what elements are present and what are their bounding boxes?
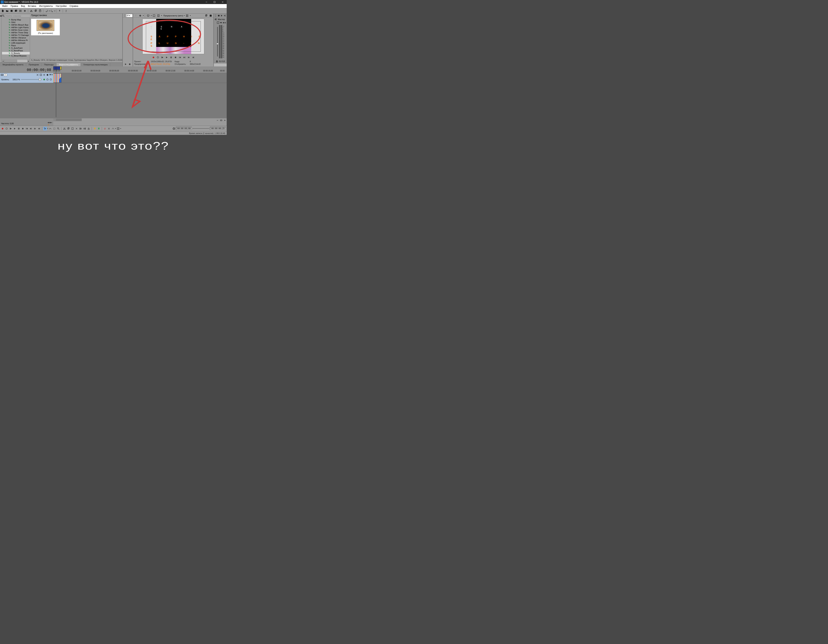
scroll-thumb[interactable] [56,119,82,121]
copy-frame-button[interactable] [204,14,208,18]
bypass-motion-button[interactable] [36,74,39,76]
go-start-button[interactable] [178,56,182,59]
stop-button[interactable] [174,56,177,59]
open-button[interactable] [5,9,9,13]
mixer-dim-button[interactable] [223,14,226,18]
mixer-downmix-button[interactable] [220,14,223,18]
dropdown-arrow-icon[interactable]: ▾ [143,15,144,16]
menu-edit[interactable]: Правка [9,5,20,8]
minimize-button[interactable] [202,0,210,4]
loop-button[interactable] [156,56,160,59]
selection-length[interactable]: 00:00:00;25 [210,127,226,130]
preview-settings-button[interactable] [138,14,142,18]
play-button[interactable] [165,56,169,59]
new-project-button[interactable] [1,9,5,13]
copy-button[interactable] [34,9,38,13]
prev-frame-button[interactable] [33,127,37,130]
menu-file[interactable]: Файл [1,5,9,8]
tab-video-fx[interactable]: Видеоспецэффекты [56,63,81,66]
make-parent-button[interactable] [46,78,49,81]
tab-transitions[interactable]: Переходы [42,63,56,66]
dropdown-arrow-icon[interactable]: ▾ [190,15,191,16]
trimmer-dropdown[interactable]: (Н ▾ [126,14,133,17]
next-frame-button[interactable] [191,56,195,59]
properties-button[interactable] [23,9,27,13]
record-button[interactable] [1,127,5,130]
menu-view[interactable]: Вид [19,5,27,8]
collapse-icon[interactable]: ◂ [0,14,2,18]
plugin-hscroll[interactable]: ◂ ▸ [2,60,30,63]
menu-tools[interactable]: Инструменты [38,5,54,8]
redo-button[interactable] [50,9,54,13]
menu-help[interactable]: Справка [68,5,80,8]
tab-media-generators[interactable]: Генераторы мультимедиа [81,63,110,66]
undo-button[interactable] [44,9,49,13]
preset-item[interactable]: (По умолчанию) [31,19,60,35]
timecode-display[interactable]: 00:00:00;08 [27,68,51,72]
level-slider[interactable] [21,79,42,80]
pause-button[interactable] [17,127,20,130]
snap-button[interactable] [103,127,107,130]
quantize-button[interactable] [116,127,120,130]
render-button[interactable] [19,9,22,13]
save-snapshot-button[interactable] [209,14,213,18]
play-start-button[interactable] [160,56,164,59]
grip-icon[interactable]: ⋮ [134,14,138,18]
pause-button[interactable] [169,56,173,59]
cut-button[interactable] [63,127,66,130]
overlays-button[interactable] [185,14,189,18]
lock-icon[interactable] [216,60,218,63]
mixer-mute-button[interactable] [226,14,227,18]
solo-letter[interactable]: S [225,22,226,24]
external-monitor-button[interactable] [146,14,150,18]
tab-explorer[interactable]: Проводник [26,63,42,66]
video-clip[interactable] [53,74,61,83]
play-start-button[interactable] [9,127,13,130]
save-all-button[interactable] [14,9,18,13]
plugin-search-input[interactable] [5,14,32,18]
video-track-header[interactable]: 1 M S Уровень: 100,0 % [0,73,53,83]
region-button[interactable] [97,127,100,130]
grip-icon[interactable]: ⋮ [214,14,217,18]
compositing-button[interactable] [43,78,45,81]
selection-timecode[interactable] [193,128,209,129]
delete-button[interactable] [75,127,78,130]
normal-edit-tool[interactable] [43,127,47,130]
track-motion-button[interactable] [39,74,42,76]
loop-region[interactable] [53,66,61,70]
fader-thumb[interactable] [216,43,219,44]
dropdown-arrow-icon[interactable]: ▾ [184,15,185,16]
mute-letter[interactable]: M [223,22,224,24]
mixer-settings-button[interactable] [218,14,220,18]
selection-tool[interactable] [52,127,56,130]
loop-button[interactable] [5,127,8,130]
go-start-button[interactable] [25,127,29,130]
prev-frame-button[interactable] [187,56,191,59]
close-button[interactable] [219,0,227,4]
automation-button[interactable] [46,74,49,76]
trim-start-button[interactable] [79,127,82,130]
paste-button[interactable] [38,9,42,13]
play-button[interactable] [124,63,127,66]
dropdown-arrow-icon[interactable]: ▾ [151,15,152,16]
dropdown-arrow-icon[interactable]: ▾ [120,128,121,129]
maximize-button[interactable] [210,0,219,4]
track-lane[interactable] [53,73,227,83]
paste-button[interactable] [71,127,74,130]
scroll-thumb[interactable] [4,60,17,63]
stop-button[interactable] [128,63,132,66]
menu-options[interactable]: Настройки [54,5,68,8]
play-button[interactable] [13,127,17,130]
record-button[interactable] [152,56,155,59]
tab-media[interactable]: Медиафайлы проекта [0,63,26,66]
lock-button[interactable] [87,127,91,130]
track-solo[interactable]: S [52,74,53,76]
scroll-left-icon[interactable]: ◂ [2,60,4,63]
make-child-button[interactable] [49,78,52,81]
envelope-tool[interactable] [49,127,52,130]
plugin-tree[interactable]: fxBump Map fxGlint fxHitFilm Bleach Byp … [2,18,30,60]
scroll-left-icon[interactable] [53,118,56,121]
zoom-tool[interactable] [56,127,60,130]
copy-button[interactable] [67,127,70,130]
timeline-ruler[interactable]: 00:00:00 00:00:02;00 00:00:04;00 00:00:0… [53,66,227,73]
